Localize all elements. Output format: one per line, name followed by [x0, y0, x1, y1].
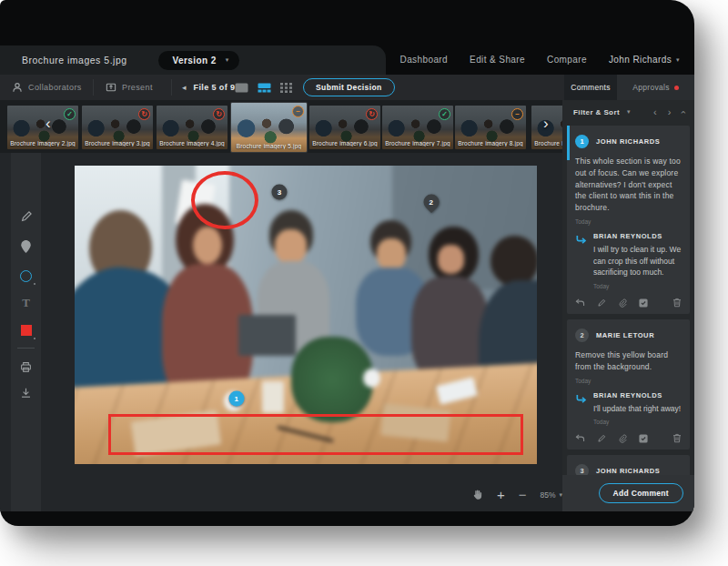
- comment-time: Today: [575, 218, 682, 225]
- thumbnail-status-badge: −: [511, 108, 523, 120]
- thumbnail-filename: Brochure imagery 7.jpg: [382, 140, 453, 147]
- rectangle-tool[interactable]: [11, 318, 41, 342]
- thumbnail-status-badge: ✓: [64, 108, 76, 120]
- filmstrip-thumbnail[interactable]: ✓ Brochure imagery 2.jpg: [7, 106, 78, 149]
- pencil-tool[interactable]: [11, 205, 41, 228]
- attachment-button[interactable]: [618, 298, 627, 308]
- comment-author: JOHN RICHARDS: [596, 137, 660, 146]
- resolve-checkbox[interactable]: [639, 434, 648, 443]
- thumbnail-filename: Brochure imagery 6.jpg: [309, 140, 380, 147]
- tab-comments[interactable]: Comments: [564, 75, 617, 100]
- user-menu[interactable]: John Richards ▾: [609, 55, 680, 65]
- filmstrip: ✓ Brochure imagery 2.jpg ↻ Brochure imag…: [0, 100, 562, 153]
- comment-replies: BRIAN REYNOLDS I will try to clean it up…: [575, 232, 682, 289]
- filmstrip-thumbnail[interactable]: − Brochure imagery 5.jpg: [231, 103, 307, 152]
- annotation-ellipse[interactable]: [191, 171, 258, 229]
- tool-divider: [17, 348, 35, 349]
- prev-file-button[interactable]: ◂: [180, 83, 188, 92]
- filmstrip-thumbnail[interactable]: ✓ Brochure imagery 7.jpg: [382, 106, 453, 149]
- comment-number-badge: 2: [575, 328, 589, 342]
- reply-arrow-icon: [575, 232, 588, 289]
- comment-text: This whole section is way too out of foc…: [575, 156, 682, 214]
- nav-dashboard[interactable]: Dashboard: [400, 55, 449, 65]
- present-button[interactable]: Present: [106, 75, 153, 100]
- printer-icon: [20, 361, 32, 373]
- edit-comment-button[interactable]: [597, 298, 606, 308]
- tool-options-dot: [34, 338, 36, 340]
- attachment-button[interactable]: [618, 434, 627, 443]
- tab-approvals[interactable]: Approvals: [617, 75, 694, 100]
- edit-comment-button[interactable]: [597, 434, 606, 443]
- comment-header: 1 JOHN RICHARDS: [575, 135, 682, 148]
- comment-marker-2[interactable]: 2: [420, 191, 442, 213]
- comments-panel: Filter & Sort ▾ ‹ › › 1 JOHN RICHARDS Th…: [562, 100, 694, 511]
- zoom-out-button[interactable]: −: [519, 488, 527, 501]
- zoom-in-button[interactable]: +: [497, 488, 505, 501]
- comment-card[interactable]: 2 MARIE LETOUR Remove this yellow board …: [567, 319, 690, 450]
- thumbnail-filename: Brochure imagery 5.jpg: [231, 143, 307, 149]
- person-icon: [12, 82, 23, 93]
- print-button[interactable]: [11, 355, 41, 379]
- comment-list: 1 JOHN RICHARDS This whole section is wa…: [562, 124, 694, 475]
- resolve-checkbox[interactable]: [639, 298, 648, 308]
- download-button[interactable]: [11, 380, 41, 404]
- reply-body: BRIAN REYNOLDS I'll update that right aw…: [593, 391, 681, 426]
- version-selector[interactable]: Version 2 ▾: [158, 51, 240, 70]
- chevron-down-icon: ▾: [226, 56, 229, 64]
- zoom-level-value: 85%: [541, 490, 556, 500]
- filmstrip-thumbnail[interactable]: ↻ Brochure imagery 3.jpg: [82, 106, 153, 149]
- filmstrip-thumbnail[interactable]: − Brochure imagery 8.jpg: [455, 106, 526, 149]
- nav-compare[interactable]: Compare: [547, 55, 587, 65]
- ellipse-tool[interactable]: [11, 264, 41, 288]
- filmstrip-prev-icon[interactable]: ‹: [46, 116, 51, 131]
- approvals-tab-label: Approvals: [632, 83, 670, 92]
- comment-card[interactable]: 3 JOHN RICHARDS Can you remove the AC un…: [567, 455, 690, 475]
- proof-image[interactable]: 123: [75, 166, 537, 464]
- comment-card[interactable]: 1 JOHN RICHARDS This whole section is wa…: [567, 126, 690, 314]
- reply-body: BRIAN REYNOLDS I will try to clean it up…: [593, 232, 682, 289]
- reply-text: I will try to clean it up. We can crop t…: [593, 244, 682, 278]
- thumbnail-filename: Brochure imagery 9.jpg: [531, 140, 562, 147]
- filmstrip-next-icon[interactable]: ›: [543, 116, 549, 131]
- pan-hand-icon[interactable]: [471, 489, 483, 500]
- zoom-level-selector[interactable]: 85% ▾: [541, 490, 563, 500]
- single-view-icon[interactable]: [235, 83, 248, 93]
- comment-author: MARIE LETOUR: [596, 331, 654, 339]
- filmstrip-thumbnail[interactable]: ↻ Brochure imagery 6.jpg: [309, 106, 380, 149]
- tool-options-dot: [34, 283, 36, 286]
- reply-author: BRIAN REYNOLDS: [593, 232, 682, 240]
- comment-reply: BRIAN REYNOLDS I will try to clean it up…: [575, 232, 682, 289]
- filmstrip-thumbnail[interactable]: ↻ Brochure imagery 4.jpg: [157, 106, 228, 149]
- delete-comment-button[interactable]: [672, 433, 682, 443]
- toolbar-divider: [93, 79, 94, 96]
- rectangle-icon: [21, 325, 32, 336]
- text-tool[interactable]: T: [11, 291, 41, 315]
- reply-button[interactable]: [575, 434, 585, 442]
- download-icon: [20, 387, 32, 399]
- annotation-rect[interactable]: [108, 414, 523, 455]
- thumbnail-status-badge: −: [292, 106, 304, 117]
- filter-sort-dropdown[interactable]: Filter & Sort: [573, 108, 620, 116]
- comment-replies: BRIAN REYNOLDS I'll update that right aw…: [575, 391, 682, 426]
- text-icon: T: [22, 296, 30, 310]
- comments-tab-label: Comments: [571, 83, 611, 92]
- app-window: Dashboard Edit & Share Compare John Rich…: [0, 0, 694, 526]
- delete-comment-button[interactable]: [672, 298, 682, 308]
- page-title: Brochure images 5.jpg: [22, 55, 127, 66]
- add-comment-button[interactable]: Add Comment: [599, 483, 683, 503]
- filmstrip-view-icon[interactable]: [258, 83, 271, 93]
- nav-edit-share[interactable]: Edit & Share: [470, 55, 525, 65]
- submit-decision-button[interactable]: Submit Decision: [303, 78, 395, 96]
- reply-button[interactable]: [575, 298, 585, 307]
- prev-comment-icon[interactable]: ‹: [653, 107, 657, 117]
- thumbnail-status-badge: ↻: [213, 108, 225, 120]
- collapse-panel-icon[interactable]: ›: [679, 110, 689, 114]
- pin-tool[interactable]: [11, 235, 41, 258]
- collaborators-button[interactable]: Collaborators: [12, 75, 82, 100]
- comment-marker-1[interactable]: 1: [228, 390, 244, 406]
- comment-marker-3[interactable]: 3: [272, 184, 288, 199]
- thumbnail-status-badge: ↻: [366, 108, 378, 120]
- grid-view-icon[interactable]: [280, 83, 292, 93]
- next-comment-icon[interactable]: ›: [668, 107, 672, 117]
- reply-time: Today: [593, 283, 682, 289]
